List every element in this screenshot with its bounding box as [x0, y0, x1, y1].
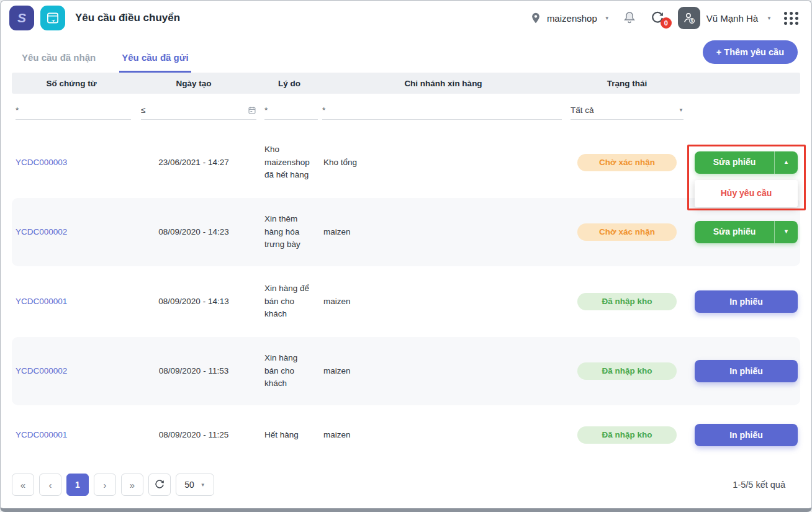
refresh-icon: [153, 478, 166, 491]
edit-request-split-button[interactable]: Sửa phiếu ▼: [695, 221, 798, 243]
table-row: YCDC000002 08/09/2020 - 11:53 Xin hàng b…: [12, 337, 800, 405]
requesting-branch: maizen: [322, 295, 564, 308]
reason-text: Xin hàng bán cho khách: [256, 352, 322, 391]
current-page-button[interactable]: 1: [66, 474, 89, 496]
filter-row: ≤ Tất cả ▼: [12, 94, 800, 127]
tab-received-requests[interactable]: Yêu cầu đã nhận: [19, 52, 98, 73]
reason-text: Xin thêm hàng hóa trưng bày: [256, 213, 322, 252]
created-date: 23/06/2021 - 14:27: [131, 156, 256, 169]
user-name: Vũ Mạnh Hà: [706, 13, 758, 24]
svg-text:S: S: [17, 11, 26, 25]
column-header-status: Trạng thái: [564, 79, 690, 88]
sync-badge: 0: [661, 17, 672, 29]
created-date: 08/09/2020 - 14:13: [131, 295, 256, 308]
user-menu[interactable]: $ Vũ Mạnh Hà ▼: [678, 7, 772, 29]
table-row: YCDC000001 08/09/2020 - 11:25 Hết hàng m…: [12, 406, 800, 464]
branch-selector[interactable]: maizenshop ▼: [530, 12, 610, 24]
status-badge: Đã nhập kho: [577, 426, 677, 444]
location-pin-icon: [530, 12, 542, 24]
page-size-select[interactable]: 50 ▼: [176, 474, 214, 496]
filter-reason-input[interactable]: [264, 106, 318, 115]
document-link[interactable]: YCDC000001: [16, 297, 67, 306]
chevron-down-icon[interactable]: ▼: [774, 221, 798, 243]
calendar-icon[interactable]: [248, 105, 256, 115]
column-header-created: Ngày tạo: [131, 79, 256, 88]
tabbar: Yêu cầu đã nhận Yêu cầu đã gửi + Thêm yê…: [1, 35, 811, 73]
results-count: 1-5/5 kết quả: [733, 480, 800, 490]
column-header-code: Số chứng từ: [12, 79, 131, 88]
sync-button[interactable]: 0: [649, 10, 665, 26]
status-badge: Đã nhập kho: [577, 293, 677, 310]
document-link[interactable]: YCDC000003: [16, 158, 67, 167]
table-row: YCDC000002 08/09/2020 - 14:23 Xin thêm h…: [12, 198, 800, 266]
bell-icon: [622, 11, 637, 25]
transfer-module-icon[interactable]: [40, 6, 65, 30]
filter-date-input[interactable]: [149, 106, 244, 115]
requesting-branch: maizen: [322, 226, 564, 239]
table-row: YCDC000001 08/09/2020 - 14:13 Xin hàng đ…: [12, 267, 800, 336]
reason-text: Xin hàng để bán cho khách: [256, 282, 322, 321]
filter-branch-input[interactable]: [322, 106, 562, 115]
branch-name: maizenshop: [547, 13, 597, 24]
created-date: 08/09/2020 - 11:25: [131, 429, 256, 442]
column-header-reason: Lý do: [256, 79, 322, 88]
notifications-button[interactable]: [622, 11, 637, 25]
requesting-branch: maizen: [322, 365, 564, 378]
print-receipt-button[interactable]: In phiếu: [695, 360, 798, 382]
table-row: YCDC000003 23/06/2021 - 14:27 Kho maizen…: [12, 128, 800, 197]
avatar: $: [678, 7, 700, 29]
requesting-branch: maizen: [322, 429, 564, 442]
chevron-down-icon: ▼: [605, 16, 610, 21]
topbar: S Yêu cầu điều chuyển maizenshop ▼: [1, 1, 811, 35]
print-receipt-button[interactable]: In phiếu: [695, 424, 798, 446]
filter-code-input[interactable]: [16, 106, 131, 115]
sapo-logo-icon[interactable]: S: [9, 6, 34, 30]
transfer-requests-page: S Yêu cầu điều chuyển maizenshop ▼: [0, 0, 812, 512]
print-receipt-button[interactable]: In phiếu: [695, 290, 798, 313]
filter-date-operator: ≤: [141, 106, 145, 115]
apps-grid-icon[interactable]: [784, 12, 799, 25]
add-request-button[interactable]: + Thêm yêu cầu: [703, 40, 798, 64]
status-badge: Chờ xác nhận: [577, 223, 677, 241]
table-header: Số chứng từ Ngày tạo Lý do Chi nhánh xin…: [12, 73, 800, 94]
chevron-down-icon: ▼: [767, 16, 772, 21]
requesting-branch: Kho tổng: [322, 156, 564, 169]
created-date: 08/09/2020 - 11:53: [131, 365, 256, 378]
row-action-menu: Hủy yêu cầu: [695, 180, 798, 207]
edit-request-split-button[interactable]: Sửa phiếu ▲: [695, 151, 798, 174]
created-date: 08/09/2020 - 14:23: [131, 226, 256, 239]
reload-button[interactable]: [148, 474, 171, 496]
chevron-down-icon: ▼: [679, 107, 683, 113]
last-page-button[interactable]: »: [121, 474, 143, 496]
pagination-bar: « ‹ 1 › » 50 ▼ 1-5/5 kết quả: [12, 474, 800, 496]
filter-status-select[interactable]: Tất cả ▼: [571, 101, 683, 120]
column-header-branch: Chi nhánh xin hàng: [322, 79, 564, 88]
document-link[interactable]: YCDC000002: [16, 227, 67, 236]
next-page-button[interactable]: ›: [94, 474, 116, 496]
reason-text: Kho maizenshop đã hết hàng: [256, 143, 322, 182]
tab-sent-requests[interactable]: Yêu cầu đã gửi: [119, 52, 191, 73]
status-badge: Đã nhập kho: [577, 362, 677, 380]
table-body: YCDC000003 23/06/2021 - 14:27 Kho maizen…: [1, 128, 811, 464]
chevron-up-icon[interactable]: ▲: [774, 151, 798, 174]
cancel-request-menu-item[interactable]: Hủy yêu cầu: [695, 180, 798, 207]
previous-page-button[interactable]: ‹: [39, 474, 61, 496]
document-link[interactable]: YCDC000001: [16, 430, 67, 439]
filter-status-value: Tất cả: [571, 106, 594, 115]
svg-text:$: $: [690, 19, 693, 24]
reason-text: Hết hàng: [256, 429, 322, 442]
page-title: Yêu cầu điều chuyển: [75, 12, 180, 24]
first-page-button[interactable]: «: [12, 474, 34, 496]
document-link[interactable]: YCDC000002: [16, 366, 67, 375]
chevron-down-icon: ▼: [201, 482, 205, 488]
status-badge: Chờ xác nhận: [577, 154, 677, 171]
